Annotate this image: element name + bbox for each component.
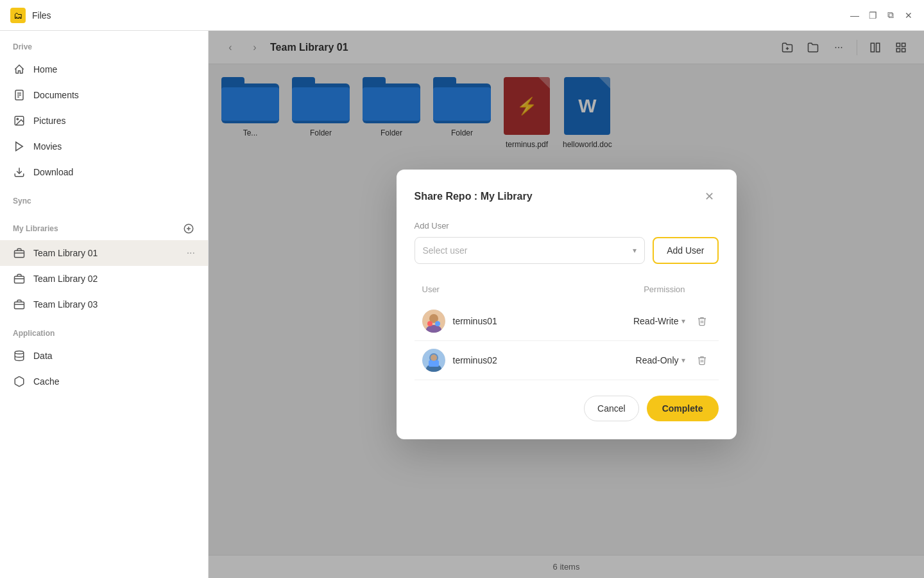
svg-point-30 bbox=[435, 321, 440, 326]
user-table-header: User Permission bbox=[415, 279, 719, 299]
application-section-label: Application bbox=[0, 317, 208, 343]
add-library-button[interactable] bbox=[182, 222, 195, 235]
documents-icon bbox=[13, 89, 26, 101]
add-user-button[interactable]: Add User bbox=[653, 237, 718, 264]
team-library-01-more[interactable]: ··· bbox=[187, 247, 195, 259]
user-avatar-terminus02 bbox=[422, 349, 445, 372]
movies-label: Movies bbox=[33, 141, 195, 152]
svg-rect-15 bbox=[15, 302, 24, 309]
team-library-02-label: Team Library 02 bbox=[33, 274, 195, 284]
select-user-dropdown[interactable]: Select user ▾ bbox=[415, 237, 646, 264]
svg-point-35 bbox=[431, 355, 437, 361]
modal-overlay: Share Repo : My Library ✕ Add User Selec… bbox=[209, 31, 924, 578]
modal-title: Share Repo : My Library bbox=[415, 191, 533, 202]
modal-close-button[interactable]: ✕ bbox=[701, 188, 719, 206]
cache-icon bbox=[13, 375, 26, 388]
download-label: Download bbox=[33, 167, 195, 177]
pictures-icon bbox=[13, 114, 26, 127]
data-label: Data bbox=[33, 351, 195, 361]
share-repo-modal: Share Repo : My Library ✕ Add User Selec… bbox=[397, 170, 737, 439]
svg-point-17 bbox=[15, 351, 24, 355]
select-user-placeholder: Select user bbox=[423, 245, 468, 256]
sidebar-item-download[interactable]: Download bbox=[0, 159, 208, 185]
delete-user-terminus02[interactable] bbox=[693, 351, 711, 369]
sidebar-item-home[interactable]: Home bbox=[0, 57, 208, 82]
permission-select-terminus01[interactable]: Read-Write ▾ bbox=[633, 316, 685, 326]
permission-arrow-terminus01: ▾ bbox=[681, 317, 685, 326]
library-icon-03 bbox=[13, 298, 26, 311]
add-user-section: Add User Select user ▾ Add User bbox=[415, 221, 719, 264]
sidebar: Drive Home Documents Pictur bbox=[0, 31, 209, 578]
titlebar: 🗂 Files — ❐ ⧉ ✕ bbox=[0, 0, 924, 31]
drive-section-label: Drive bbox=[0, 31, 208, 57]
delete-user-terminus01[interactable] bbox=[693, 312, 711, 330]
restore-button[interactable]: ❐ bbox=[868, 10, 878, 21]
modal-header: Share Repo : My Library ✕ bbox=[415, 188, 719, 206]
svg-rect-34 bbox=[429, 360, 439, 367]
permission-value-terminus01: Read-Write bbox=[633, 316, 679, 326]
sidebar-item-team-library-03[interactable]: Team Library 03 bbox=[0, 292, 208, 317]
sidebar-item-pictures[interactable]: Pictures bbox=[0, 108, 208, 134]
data-icon bbox=[13, 349, 26, 362]
sidebar-item-documents[interactable]: Documents bbox=[0, 82, 208, 108]
svg-point-29 bbox=[427, 321, 432, 326]
library-icon-02 bbox=[13, 272, 26, 285]
my-libraries-label: My Libraries bbox=[13, 224, 58, 233]
user-row-terminus02: terminus02 Read-Only ▾ bbox=[415, 341, 719, 380]
permission-col-header: Permission bbox=[644, 285, 685, 294]
sidebar-item-movies[interactable]: Movies bbox=[0, 134, 208, 159]
user-name-terminus02: terminus02 bbox=[453, 355, 636, 365]
user-name-terminus01: terminus01 bbox=[453, 316, 633, 326]
movies-icon bbox=[13, 140, 26, 153]
window-controls: — ❐ ⧉ ✕ bbox=[850, 10, 914, 21]
minimize-button[interactable]: — bbox=[850, 10, 860, 21]
maximize-button[interactable]: ⧉ bbox=[886, 10, 896, 21]
my-libraries-header: My Libraries bbox=[0, 211, 208, 240]
modal-footer: Cancel Complete bbox=[415, 396, 719, 421]
library-icon-01 bbox=[13, 247, 26, 259]
sidebar-item-team-library-01[interactable]: Team Library 01 ··· bbox=[0, 240, 208, 266]
add-user-label: Add User bbox=[415, 221, 719, 231]
complete-button[interactable]: Complete bbox=[647, 396, 719, 421]
add-user-row: Select user ▾ Add User bbox=[415, 237, 719, 264]
team-library-01-label: Team Library 01 bbox=[33, 248, 179, 258]
user-col-header: User bbox=[422, 285, 644, 294]
app-title: Files bbox=[32, 10, 850, 21]
svg-point-5 bbox=[17, 118, 18, 119]
team-library-03-label: Team Library 03 bbox=[33, 299, 195, 310]
cache-label: Cache bbox=[33, 376, 195, 387]
pictures-label: Pictures bbox=[33, 116, 195, 126]
download-icon bbox=[13, 166, 26, 179]
sidebar-item-data[interactable]: Data bbox=[0, 343, 208, 369]
home-label: Home bbox=[33, 64, 195, 74]
svg-marker-6 bbox=[16, 142, 23, 151]
select-user-chevron: ▾ bbox=[633, 246, 637, 255]
permission-select-terminus02[interactable]: Read-Only ▾ bbox=[636, 355, 685, 365]
sidebar-item-team-library-02[interactable]: Team Library 02 bbox=[0, 266, 208, 292]
sidebar-item-cache[interactable]: Cache bbox=[0, 369, 208, 394]
main-layout: Drive Home Documents Pictur bbox=[0, 31, 924, 578]
permission-value-terminus02: Read-Only bbox=[636, 355, 679, 365]
svg-rect-11 bbox=[15, 250, 24, 258]
content-area: ‹ › Team Library 01 ··· bbox=[209, 31, 924, 578]
sync-section-label: Sync bbox=[0, 185, 208, 211]
user-table: User Permission bbox=[415, 279, 719, 380]
app-icon: 🗂 bbox=[10, 8, 26, 23]
user-avatar-terminus01 bbox=[422, 310, 445, 333]
permission-arrow-terminus02: ▾ bbox=[681, 356, 685, 365]
cancel-button[interactable]: Cancel bbox=[584, 396, 639, 421]
user-row-terminus01: terminus01 Read-Write ▾ bbox=[415, 302, 719, 341]
close-button[interactable]: ✕ bbox=[903, 10, 914, 21]
svg-rect-13 bbox=[15, 276, 24, 283]
documents-label: Documents bbox=[33, 90, 195, 100]
home-icon bbox=[13, 63, 26, 76]
